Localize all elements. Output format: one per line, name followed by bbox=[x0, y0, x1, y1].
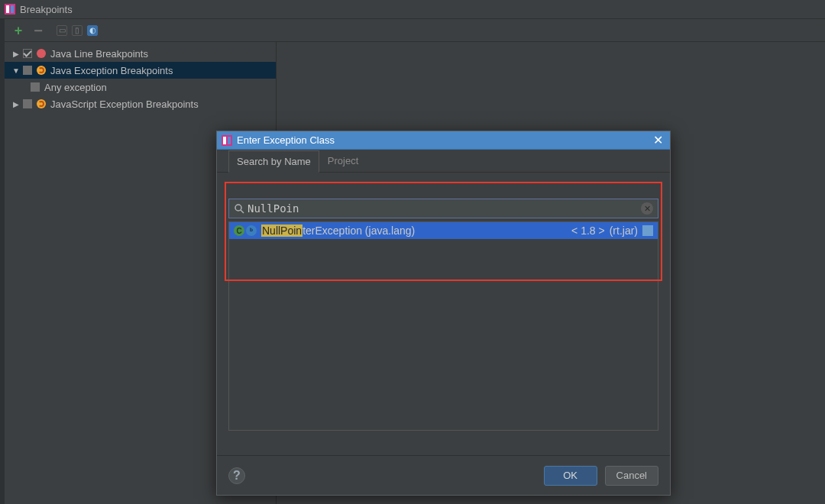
help-icon: ? bbox=[233, 469, 241, 483]
tree-label: Java Line Breakpoints bbox=[50, 48, 148, 60]
enter-exception-class-dialog: Enter Exception Class ✕ Search by Name P… bbox=[216, 131, 671, 496]
tree-label: JavaScript Exception Breakpoints bbox=[50, 99, 199, 110]
tree-group-java-line[interactable]: ▶ Java Line Breakpoints bbox=[5, 45, 276, 62]
clear-search-button[interactable]: ✕ bbox=[641, 202, 653, 215]
svg-point-6 bbox=[235, 205, 241, 211]
chevron-right-icon: ▶ bbox=[12, 50, 20, 58]
tab-project[interactable]: Project bbox=[319, 150, 367, 172]
tree-label: Java Exception Breakpoints bbox=[50, 65, 173, 76]
window-title-bar: Breakpoints bbox=[0, 0, 825, 19]
remove-breakpoint-button[interactable]: − bbox=[32, 24, 44, 37]
breakpoint-line-icon bbox=[37, 49, 46, 58]
annotation-highlight bbox=[225, 182, 662, 281]
search-field-wrapper[interactable]: ✕ bbox=[228, 199, 658, 218]
checkbox[interactable] bbox=[31, 82, 40, 92]
dialog-title-bar[interactable]: Enter Exception Class ✕ bbox=[217, 131, 670, 150]
ok-button[interactable]: OK bbox=[544, 466, 597, 486]
tree-group-java-exception[interactable]: ▼ Java Exception Breakpoints bbox=[5, 62, 276, 79]
minus-icon: − bbox=[34, 26, 43, 35]
svg-rect-1 bbox=[6, 5, 9, 13]
help-button[interactable]: ? bbox=[228, 467, 245, 484]
search-icon bbox=[234, 203, 244, 214]
breakpoint-exception-icon bbox=[37, 99, 46, 108]
app-icon bbox=[222, 135, 232, 146]
group-by-class-button[interactable]: ◐ bbox=[87, 25, 98, 36]
plus-icon: + bbox=[15, 24, 23, 37]
close-button[interactable]: ✕ bbox=[650, 133, 665, 148]
group-by-file-button[interactable]: ▯ bbox=[72, 25, 82, 36]
svg-line-7 bbox=[241, 210, 244, 213]
window-title: Breakpoints bbox=[20, 4, 73, 15]
chevron-down-icon: ▼ bbox=[12, 66, 20, 75]
chevron-right-icon: ▶ bbox=[12, 100, 20, 108]
clear-icon: ✕ bbox=[644, 204, 651, 214]
svg-rect-4 bbox=[223, 137, 226, 144]
breakpoints-toolbar: + − ▭ ▯ ◐ bbox=[5, 19, 825, 42]
search-input[interactable] bbox=[247, 202, 641, 215]
dialog-footer: ? OK Cancel bbox=[217, 455, 670, 495]
group-by-package-button[interactable]: ▭ bbox=[57, 25, 67, 36]
tree-label: Any exception bbox=[44, 82, 107, 93]
close-icon: ✕ bbox=[653, 133, 663, 147]
dialog-title: Enter Exception Class bbox=[237, 134, 335, 146]
checkbox[interactable] bbox=[23, 99, 32, 108]
svg-rect-2 bbox=[11, 5, 14, 13]
tree-item-any-exception[interactable]: Any exception bbox=[5, 79, 276, 95]
add-breakpoint-button[interactable]: + bbox=[12, 24, 24, 37]
tree-group-js-exception[interactable]: ▶ JavaScript Exception Breakpoints bbox=[5, 95, 276, 112]
breakpoint-exception-icon bbox=[37, 66, 46, 75]
checkbox[interactable] bbox=[23, 66, 32, 75]
tab-search-by-name[interactable]: Search by Name bbox=[228, 150, 319, 173]
svg-rect-5 bbox=[228, 137, 231, 144]
dialog-tabs: Search by Name Project bbox=[217, 150, 670, 173]
app-icon bbox=[5, 4, 15, 15]
checkbox[interactable] bbox=[23, 49, 32, 58]
cancel-button[interactable]: Cancel bbox=[605, 466, 658, 486]
